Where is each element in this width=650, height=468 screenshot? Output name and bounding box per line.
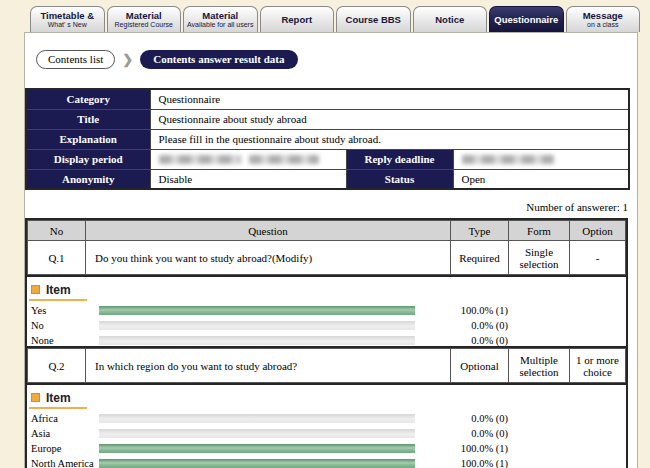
tab-label: Report: [281, 14, 312, 25]
header-type: Type: [451, 221, 509, 241]
question-block-q1: No Question Type Form Option Q.1 Do you …: [25, 218, 628, 354]
result-bar-fill: [99, 444, 415, 453]
status-value: Open: [453, 169, 629, 189]
question-row-q1: Q.1 Do you think you want to study abroa…: [28, 241, 626, 275]
tab[interactable]: Timetable & What' s New: [30, 6, 105, 32]
header-option: Option: [570, 221, 626, 241]
result-label: Europe: [29, 443, 99, 454]
result-percentage: 100.0% (1): [415, 443, 508, 454]
question-row-q2: Q.2 In which region do you want to study…: [28, 349, 626, 383]
anonymity-label: Anonymity: [26, 169, 150, 189]
q1-form: Single selection: [509, 241, 570, 275]
title-row: Title Questionnaire about study abroad: [26, 109, 629, 129]
q1-no: Q.1: [28, 241, 86, 275]
header-no: No: [28, 221, 86, 241]
item-bullet-icon: [31, 285, 40, 294]
tab[interactable]: Questionnaire: [489, 6, 564, 32]
result-label: North America: [29, 458, 99, 468]
tab[interactable]: Course BBS: [336, 6, 411, 32]
tab[interactable]: Report: [260, 6, 335, 32]
result-row: Africa 0.0% (0): [29, 411, 626, 426]
category-value: Questionnaire: [150, 89, 629, 109]
tab-label: Material: [202, 10, 238, 21]
result-percentage: 0.0% (0): [415, 428, 508, 439]
result-bar-track: [99, 459, 415, 468]
tab[interactable]: Material Available for all users: [183, 6, 258, 32]
q2-no: Q.2: [28, 349, 86, 383]
tab[interactable]: Material Registered Course: [107, 6, 182, 32]
tab[interactable]: Message on a class: [566, 6, 641, 32]
result-label: No: [29, 320, 99, 331]
breadcrumb-separator-icon: ❯: [122, 52, 133, 68]
result-bar-track: [99, 444, 415, 453]
q2-option: 1 or more choice: [570, 349, 626, 383]
contents-list-button[interactable]: Contents list: [36, 50, 115, 69]
anonymity-row: Anonymity Disable Status Open: [26, 169, 629, 189]
tab-label: Course BBS: [346, 14, 401, 25]
explanation-value: Please fill in the questionnaire about s…: [150, 129, 629, 149]
category-row: Category Questionnaire: [26, 89, 629, 109]
result-label: None: [29, 335, 99, 346]
status-label: Status: [346, 169, 453, 189]
display-period-value-redacted: [150, 149, 346, 169]
period-row: Display period Reply deadline: [26, 149, 629, 169]
q2-type: Optional: [451, 349, 509, 383]
display-period-label: Display period: [26, 149, 150, 169]
anonymity-value: Disable: [150, 169, 346, 189]
item-section-header: Item: [29, 390, 87, 409]
result-bar-track: [99, 414, 415, 423]
q2-form: Multiple selection: [509, 349, 570, 383]
result-percentage: 100.0% (1): [415, 305, 508, 316]
tab-sublabel: Registered Course: [115, 21, 173, 29]
result-percentage: 0.0% (0): [415, 335, 508, 346]
tab[interactable]: Notice: [413, 6, 488, 32]
result-bar-fill: [99, 306, 415, 315]
result-row: North America 100.0% (1): [29, 456, 626, 468]
tab-label: Questionnaire: [494, 14, 558, 25]
tab-label: Timetable &: [40, 10, 94, 21]
result-row: Europe 100.0% (1): [29, 441, 626, 456]
reply-deadline-label: Reply deadline: [346, 149, 453, 169]
result-bar-track: [99, 429, 415, 438]
header-form: Form: [509, 221, 570, 241]
result-label: Yes: [29, 305, 99, 316]
item-section-title: Item: [46, 283, 71, 297]
q2-results-panel: Item Africa 0.0% (0) Asia 0.0% (0) Europ…: [27, 383, 626, 468]
result-row: Yes 100.0% (1): [29, 303, 626, 318]
question-table-header: No Question Type Form Option: [28, 221, 626, 241]
item-section-header: Item: [29, 282, 87, 301]
reply-deadline-value-redacted: [453, 149, 629, 169]
explanation-label: Explanation: [26, 129, 150, 149]
title-value: Questionnaire about study abroad: [150, 109, 629, 129]
tab-sublabel: What' s New: [48, 21, 87, 29]
q1-results-panel: Item Yes 100.0% (1) No 0.0% (0) None: [27, 275, 626, 352]
result-label: Asia: [29, 428, 99, 439]
result-bar-fill: [99, 459, 415, 468]
explanation-row: Explanation Please fill in the questionn…: [26, 129, 629, 149]
tab-sublabel: on a class: [587, 21, 619, 29]
item-section-title: Item: [46, 391, 71, 405]
tab-bar: Timetable & What' s New Material Registe…: [30, 6, 642, 32]
title-label: Title: [26, 109, 150, 129]
number-of-answerer: Number of answerer: 1: [25, 201, 628, 213]
tab-label: Notice: [435, 14, 464, 25]
q1-option: -: [570, 241, 626, 275]
result-percentage: 100.0% (1): [415, 458, 508, 468]
result-percentage: 0.0% (0): [415, 413, 508, 424]
question-block-q2: Q.2 In which region do you want to study…: [25, 346, 628, 468]
category-label: Category: [26, 89, 150, 109]
header-question: Question: [86, 221, 451, 241]
questionnaire-info-table: Category Questionnaire Title Questionnai…: [25, 88, 630, 190]
q2-item-list: Africa 0.0% (0) Asia 0.0% (0) Europe 100…: [29, 411, 626, 468]
result-bar-track: [99, 306, 415, 315]
tab-sublabel: Available for all users: [187, 21, 253, 29]
result-row: No 0.0% (0): [29, 318, 626, 333]
tab-label: Message: [583, 10, 623, 21]
q1-text: Do you think you want to study abroad?(M…: [86, 241, 451, 275]
result-bar-track: [99, 336, 415, 345]
q1-item-list: Yes 100.0% (1) No 0.0% (0) None 0.0% (0): [29, 303, 626, 348]
current-page-badge: Contents answer result data: [140, 50, 297, 69]
q2-text: In which region do you want to study abr…: [86, 349, 451, 383]
result-row: Asia 0.0% (0): [29, 426, 626, 441]
result-bar-track: [99, 321, 415, 330]
